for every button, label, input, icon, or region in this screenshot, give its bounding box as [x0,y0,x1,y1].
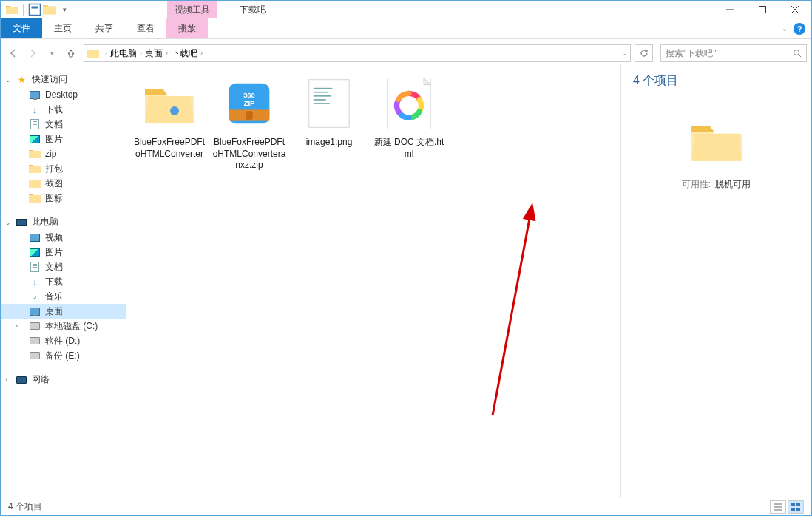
separator [23,4,24,16]
address-bar[interactable]: › 此电脑 › 桌面 › 下载吧 › ⌄ [84,44,631,62]
folder-icon [29,193,41,203]
sidebar-item-label: 网络 [32,373,50,386]
address-dropdown[interactable]: ⌄ [621,50,627,57]
breadcrumb[interactable]: 桌面 [145,47,163,60]
sidebar-item-label: 软件 (D:) [45,335,80,347]
sidebar-item-desktop[interactable]: Desktop [1,87,126,102]
view-details-button[interactable] [770,500,786,514]
video-icon [30,234,40,242]
sidebar-item-jietu[interactable]: 截图 [1,176,126,191]
chevron-right-icon[interactable]: › [140,50,142,57]
sidebar-item-label: 下载 [45,103,63,116]
ribbon-expand-icon[interactable]: ⌄ [782,24,788,33]
up-button[interactable] [63,45,79,61]
sidebar-item-label: 桌面 [45,305,63,318]
tab-share[interactable]: 共享 [84,18,125,38]
minimize-button[interactable] [714,1,746,18]
document-icon [30,262,39,272]
sidebar-quick-access[interactable]: ⌄ ★ 快速访问 [1,72,126,87]
svg-rect-27 [791,508,795,511]
html-file-icon [376,75,441,132]
breadcrumb[interactable]: 此电脑 [110,47,137,60]
file-label: BlueFoxFreePDFtoHTMLConverteranxz.zip [212,137,286,172]
sidebar-item-videos[interactable]: 视频 [1,230,126,245]
sidebar-item-zip[interactable]: zip [1,146,126,161]
tab-view[interactable]: 查看 [125,18,166,38]
svg-rect-13 [246,111,252,119]
sidebar-item-disk-c[interactable]: ›本地磁盘 (C:) [1,319,126,333]
sidebar-item-label: 快速访问 [32,73,67,86]
item-count: 4 个项目 [633,73,799,89]
file-item-image[interactable]: image1.png [292,75,366,149]
svg-rect-20 [388,78,430,129]
sidebar-item-label: 备份 (E:) [45,350,80,362]
tab-file[interactable]: 文件 [1,18,42,38]
picture-icon [30,135,40,143]
folder-icon[interactable] [5,3,18,16]
sidebar-this-pc[interactable]: ⌄ 此电脑 [1,214,126,230]
file-item-zip[interactable]: 360 ZIP BlueFoxFreePDFtoHTMLConverteranx… [212,75,286,172]
back-button[interactable] [5,45,21,61]
sidebar-item-label: 文档 [45,261,63,274]
sidebar-item-documents[interactable]: 文档 [1,117,126,132]
sidebar-item-documents2[interactable]: 文档 [1,259,126,274]
chevron-right-icon[interactable]: › [16,322,18,330]
sidebar-item-dabao[interactable]: 打包 [1,161,126,176]
file-label: 新建 DOC 文档.html [372,137,446,160]
view-icons-button[interactable] [788,500,804,514]
svg-rect-16 [314,92,328,93]
address-bar-row: ▾ › 此电脑 › 桌面 › 下载吧 › ⌄ 搜索"下载吧" [1,42,811,64]
forward-button[interactable] [24,45,41,61]
sidebar-item-downloads[interactable]: ↓下载 [1,102,126,117]
sidebar-item-disk-d[interactable]: 软件 (D:) [1,333,126,348]
recent-dropdown[interactable]: ▾ [44,45,60,61]
svg-point-6 [794,50,799,55]
sidebar-item-pictures2[interactable]: 图片 [1,245,126,259]
availability-value: 脱机可用 [715,178,751,191]
svg-rect-28 [796,508,800,511]
chevron-down-icon[interactable]: ⌄ [5,219,11,226]
chevron-right-icon[interactable]: › [166,50,168,57]
sidebar-item-label: 音乐 [45,291,63,303]
close-button[interactable] [779,1,811,18]
maximize-button[interactable] [746,1,779,18]
tab-play[interactable]: 播放 [166,18,208,38]
sidebar-item-music[interactable]: ♪音乐 [1,289,126,304]
music-icon: ♪ [29,291,41,302]
folder-icon [29,149,41,159]
folder-icon [87,48,99,58]
refresh-button[interactable] [635,44,653,62]
chevron-down-icon[interactable]: ⌄ [5,76,11,84]
svg-rect-15 [314,88,332,89]
sidebar-item-label: zip [45,149,56,159]
search-input[interactable]: 搜索"下载吧" [660,44,807,62]
file-label: BlueFoxFreePDFtoHTMLConverter [132,137,206,160]
disk-icon [30,352,40,359]
file-item-folder[interactable]: BlueFoxFreePDFtoHTMLConverter [132,75,206,160]
status-text: 4 个项目 [8,500,42,513]
sidebar-item-tubiao[interactable]: 图标 [1,191,126,206]
svg-rect-17 [314,95,331,97]
file-label: image1.png [292,137,366,149]
sidebar-item-disk-e[interactable]: 备份 (E:) [1,348,126,363]
qat-dropdown[interactable]: ▾ [58,3,71,16]
help-icon[interactable]: ? [794,23,805,35]
chevron-right-icon[interactable]: › [200,50,203,57]
new-folder-button[interactable] [43,3,56,16]
sidebar-item-pictures[interactable]: 图片 [1,132,126,146]
svg-rect-3 [759,7,766,13]
chevron-right-icon[interactable]: › [105,50,107,57]
breadcrumb[interactable]: 下载吧 [171,47,197,60]
svg-line-7 [799,55,801,57]
sidebar-network[interactable]: › 网络 [1,372,126,387]
svg-text:360: 360 [243,91,255,99]
sidebar-item-downloads2[interactable]: ↓下载 [1,274,126,289]
sidebar-item-label: 打包 [45,163,63,175]
sidebar-item-label: 文档 [45,118,63,131]
file-item-html[interactable]: 新建 DOC 文档.html [372,75,446,160]
properties-button[interactable] [28,3,41,16]
file-grid[interactable]: BlueFoxFreePDFtoHTMLConverter 360 ZIP Bl… [126,64,620,498]
chevron-right-icon[interactable]: › [5,376,7,384]
sidebar-item-desktop2[interactable]: 桌面 [1,304,126,319]
tab-home[interactable]: 主页 [42,18,84,38]
